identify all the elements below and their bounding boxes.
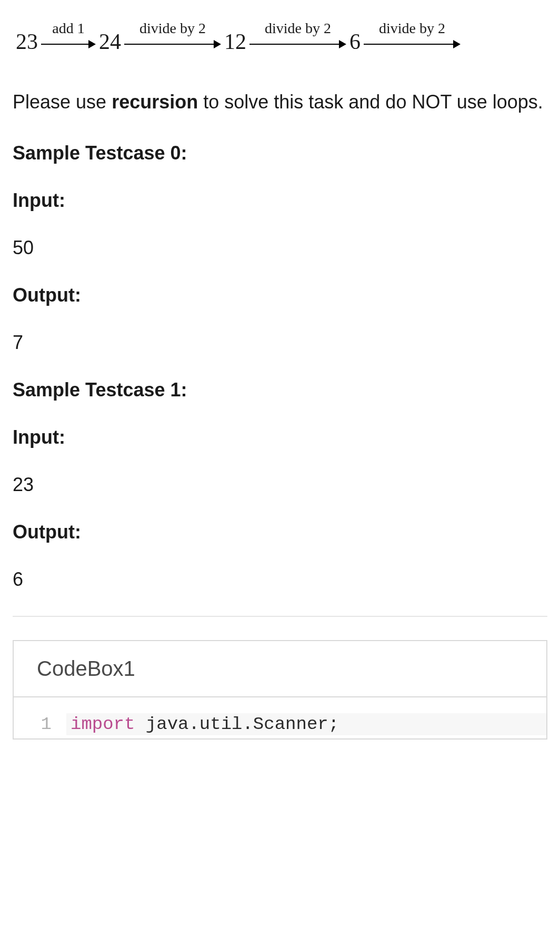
- arrow-label: add 1: [52, 21, 84, 36]
- diagram-value: 12: [221, 31, 249, 56]
- instruction-text: Please use recursion to solve this task …: [13, 87, 547, 117]
- arrow-icon: [364, 39, 461, 49]
- section-divider: [13, 616, 547, 617]
- arrow-icon: [41, 39, 96, 49]
- input-value: 50: [13, 237, 547, 259]
- codebox-title: CodeBox1: [14, 641, 546, 697]
- code-box: CodeBox1 1 import java.util.Scanner;: [13, 640, 547, 740]
- output-label: Output:: [13, 284, 547, 306]
- code-line: 1 import java.util.Scanner;: [14, 713, 546, 738]
- diagram-value: 6: [346, 31, 364, 56]
- arrow-label: divide by 2: [265, 21, 331, 36]
- code-editor[interactable]: 1 import java.util.Scanner;: [14, 697, 546, 738]
- testcase-title: Sample Testcase 0:: [13, 142, 547, 164]
- arrow-label: divide by 2: [139, 21, 206, 36]
- arrow-step: add 1: [41, 21, 96, 56]
- testcase-title: Sample Testcase 1:: [13, 379, 547, 401]
- arrow-step: divide by 2: [124, 21, 221, 56]
- diagram-value: 24: [96, 31, 124, 56]
- diagram-value: 23: [13, 31, 41, 56]
- input-label: Input:: [13, 426, 547, 448]
- instruction-emphasis: recursion: [112, 91, 198, 113]
- output-label: Output:: [13, 521, 547, 543]
- sequence-diagram: 23 add 1 24 divide by 2 12 divide by 2 6…: [13, 21, 547, 56]
- arrow-step: divide by 2: [364, 21, 461, 56]
- code-content: import java.util.Scanner;: [66, 713, 546, 735]
- arrow-icon: [249, 39, 346, 49]
- arrow-label: divide by 2: [379, 21, 445, 36]
- input-value: 23: [13, 474, 547, 496]
- input-label: Input:: [13, 189, 547, 212]
- instruction-suffix: to solve this task and do NOT use loops.: [198, 91, 543, 113]
- output-value: 6: [13, 568, 547, 591]
- code-rest: java.util.Scanner;: [135, 714, 339, 734]
- arrow-step: divide by 2: [249, 21, 346, 56]
- instruction-prefix: Please use: [13, 91, 112, 113]
- arrow-icon: [124, 39, 221, 49]
- output-value: 7: [13, 332, 547, 354]
- keyword-import: import: [71, 714, 135, 734]
- line-number: 1: [14, 714, 66, 734]
